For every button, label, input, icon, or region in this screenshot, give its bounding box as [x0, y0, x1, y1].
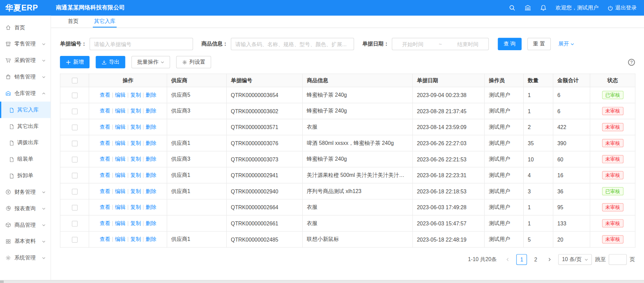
prev-page-button[interactable] [502, 254, 513, 265]
horizontal-scrollbar[interactable] [0, 280, 644, 283]
row-action-edit[interactable]: 编辑 [115, 156, 126, 162]
row-action-delete[interactable]: 删除 [146, 156, 156, 162]
row-action-copy[interactable]: 复制 [130, 220, 141, 226]
sidebar-subitem[interactable]: 其它入库 [0, 102, 50, 118]
row-action-edit[interactable]: 编辑 [115, 204, 126, 210]
row-action-view[interactable]: 查看 [100, 92, 110, 98]
row-action-view[interactable]: 查看 [100, 204, 110, 210]
sidebar-item[interactable]: 零售管理 [0, 36, 50, 52]
row-action-view[interactable]: 查看 [100, 188, 110, 194]
row-action-edit[interactable]: 编辑 [115, 140, 126, 146]
row-checkbox[interactable] [72, 157, 77, 162]
bell-icon[interactable] [540, 4, 547, 11]
sidebar-item[interactable]: 销售管理 [0, 69, 50, 85]
sidebar-item[interactable]: 仓库管理 [0, 85, 50, 102]
row-action-delete[interactable]: 删除 [146, 236, 156, 242]
row-checkbox[interactable] [72, 189, 77, 194]
tab-1[interactable]: 其它入库 [93, 15, 117, 27]
row-action-copy[interactable]: 复制 [130, 92, 141, 98]
row-checkbox[interactable] [72, 172, 77, 178]
expand-link[interactable]: 展开 [558, 40, 574, 48]
page-1-button[interactable]: 1 [516, 254, 527, 265]
sidebar-subitem[interactable]: 拆卸单 [0, 167, 50, 184]
row-action-copy[interactable]: 复制 [130, 124, 141, 130]
row-action-edit[interactable]: 编辑 [115, 188, 126, 194]
row-action-view[interactable]: 查看 [100, 236, 110, 242]
sidebar-item[interactable]: 首页 [0, 19, 50, 36]
row-action-view[interactable]: 查看 [100, 108, 110, 114]
sidebar-subitem[interactable]: 其它出库 [0, 118, 50, 134]
row-action-copy[interactable]: 复制 [130, 188, 141, 194]
sidebar-item[interactable]: 商品管理 [0, 217, 50, 233]
row-action-copy[interactable]: 复制 [130, 204, 141, 210]
reset-button[interactable]: 重 置 [527, 38, 551, 50]
app-logo[interactable]: 华夏ERP [0, 2, 51, 13]
next-page-button[interactable] [544, 254, 555, 265]
sidebar-item[interactable]: 系统管理 [0, 250, 50, 266]
batch-actions-button[interactable]: 批量操作 [132, 56, 170, 68]
tab-0[interactable]: 首页 [67, 15, 80, 27]
row-checkbox[interactable] [72, 92, 77, 98]
sidebar-item-label: 商品管理 [14, 221, 42, 229]
search-button[interactable]: 查 询 [498, 38, 521, 50]
date-range-picker[interactable]: ~ [392, 38, 489, 50]
row-checkbox[interactable] [72, 125, 77, 130]
page-size-select[interactable]: 10 条/页 [558, 254, 592, 265]
row-action-copy[interactable]: 复制 [130, 108, 141, 114]
row-action-delete[interactable]: 删除 [146, 188, 156, 194]
row-action-edit[interactable]: 编辑 [115, 108, 126, 114]
row-action-edit[interactable]: 编辑 [115, 172, 126, 178]
action-separator: | [112, 204, 113, 210]
row-action-delete[interactable]: 删除 [146, 140, 156, 146]
row-action-delete[interactable]: 删除 [146, 204, 156, 210]
row-checkbox[interactable] [72, 221, 77, 226]
row-action-copy[interactable]: 复制 [130, 236, 141, 242]
row-action-edit[interactable]: 编辑 [115, 92, 126, 98]
logout-button[interactable]: 退出登录 [607, 4, 637, 11]
row-action-copy[interactable]: 复制 [130, 172, 141, 178]
row-action-delete[interactable]: 删除 [146, 92, 156, 98]
add-button[interactable]: 新增 [60, 56, 90, 68]
date-start-input[interactable] [395, 41, 431, 47]
row-checkbox[interactable] [72, 108, 77, 114]
row-action-view[interactable]: 查看 [100, 220, 110, 226]
add-label: 新增 [73, 58, 84, 66]
row-checkbox[interactable] [72, 140, 77, 146]
bank-icon[interactable] [525, 4, 531, 11]
jump-page-input[interactable] [609, 254, 627, 265]
row-action-delete[interactable]: 删除 [146, 124, 156, 130]
row-action-edit[interactable]: 编辑 [115, 236, 126, 242]
cell-supplier: 供应商1 [167, 183, 226, 199]
cell-material: 衣服 [302, 199, 413, 215]
sidebar-subitem[interactable]: 组装单 [0, 151, 50, 167]
select-all-checkbox[interactable] [72, 78, 77, 84]
material-input[interactable] [231, 38, 354, 50]
export-button[interactable]: 导出 [96, 56, 125, 68]
row-action-edit[interactable]: 编辑 [115, 124, 126, 130]
row-action-edit[interactable]: 编辑 [115, 220, 126, 226]
row-action-delete[interactable]: 删除 [146, 108, 156, 114]
topbar: 华夏ERP 南通某某网络科技有限公司 欢迎您，测试用户 退出登录 [0, 0, 644, 15]
bill-no-input[interactable] [90, 38, 193, 50]
row-checkbox[interactable] [72, 237, 77, 243]
help-icon[interactable]: ? [628, 59, 635, 66]
sidebar-subitem[interactable]: 调拨出库 [0, 134, 50, 151]
sidebar-item[interactable]: 基本资料 [0, 233, 50, 250]
row-action-delete[interactable]: 删除 [146, 220, 156, 226]
sidebar-item[interactable]: 采购管理 [0, 52, 50, 69]
row-action-view[interactable]: 查看 [100, 124, 110, 130]
row-checkbox[interactable] [72, 205, 77, 211]
row-action-view[interactable]: 查看 [100, 156, 110, 162]
row-action-view[interactable]: 查看 [100, 140, 110, 146]
row-action-delete[interactable]: 删除 [146, 172, 156, 178]
sidebar-item[interactable]: 财务管理 [0, 184, 50, 200]
row-action-copy[interactable]: 复制 [130, 140, 141, 146]
select-all-cell [60, 74, 89, 87]
page-2-button[interactable]: 2 [530, 254, 541, 265]
row-action-copy[interactable]: 复制 [130, 156, 141, 162]
date-end-input[interactable] [450, 41, 486, 47]
column-settings-button[interactable]: 列设置 [176, 56, 211, 68]
search-icon[interactable] [509, 4, 515, 11]
row-action-view[interactable]: 查看 [100, 172, 110, 178]
sidebar-item[interactable]: 报表查询 [0, 200, 50, 217]
